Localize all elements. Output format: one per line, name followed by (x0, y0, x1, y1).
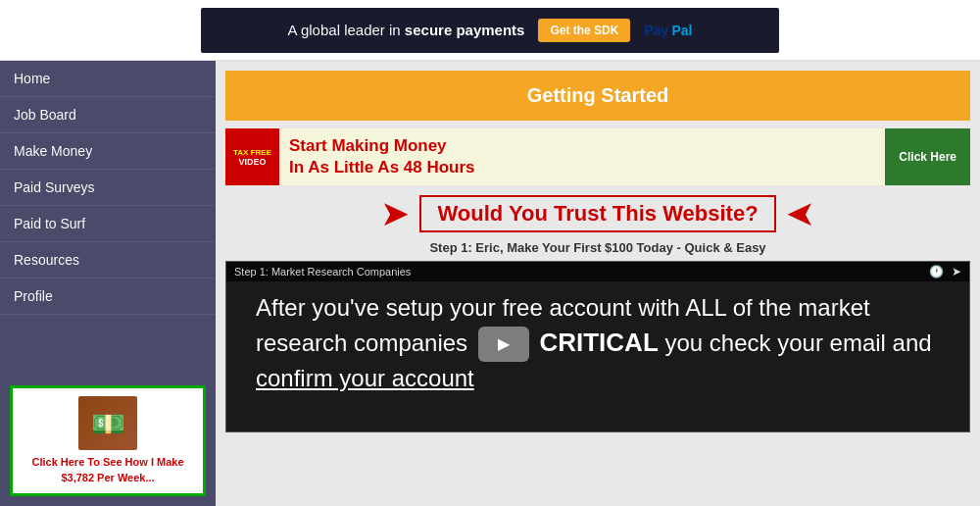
content-area: Getting Started TAX FREE VIDEO Start Mak… (216, 61, 980, 506)
sidebar-item-job-board[interactable]: Job Board (0, 97, 216, 133)
trust-section: ➤ Would You Trust This Website? ➤ (225, 193, 970, 234)
video-play-button[interactable] (478, 327, 529, 362)
clock-icon: 🕐 (929, 265, 944, 278)
sidebar-ad-text: Click Here To See How I Make $3,782 Per … (21, 455, 195, 485)
share-icon: ➤ (952, 265, 961, 278)
arrow-left-icon: ➤ (380, 193, 410, 234)
video-icons: 🕐 ➤ (929, 265, 961, 278)
video-label: VIDEO (238, 157, 266, 167)
video-title: Step 1: Market Research Companies (234, 266, 411, 278)
trust-title: Would You Trust This Website? (419, 195, 775, 232)
top-ad-banner: A global leader in secure payments Get t… (0, 0, 980, 61)
money-banner-left: TAX FREE VIDEO (225, 128, 279, 185)
confirm-account-link[interactable]: confirm your account (256, 365, 474, 391)
video-area[interactable]: Step 1: Market Research Companies 🕐 ➤ Af… (225, 261, 970, 432)
sidebar-item-make-money[interactable]: Make Money (0, 133, 216, 170)
video-critical-text: CRITICAL (539, 328, 658, 357)
sidebar-item-paid-surveys[interactable]: Paid Surveys (0, 170, 216, 206)
top-ad-text: A global leader in secure payments (288, 22, 525, 38)
sidebar-item-profile[interactable]: Profile (0, 278, 216, 315)
video-title-bar: Step 1: Market Research Companies 🕐 ➤ (226, 262, 969, 281)
money-banner-center: Start Making Money In As Little As 48 Ho… (279, 128, 885, 185)
paypal-logo: PayPal (644, 23, 692, 38)
top-ad-inner: A global leader in secure payments Get t… (201, 8, 779, 53)
sidebar-ad-image (78, 396, 137, 450)
video-body-text2: you check your email and (664, 329, 931, 356)
sidebar-item-resources[interactable]: Resources (0, 242, 216, 278)
money-banner-text: Start Making Money In As Little As 48 Ho… (289, 135, 475, 178)
money-banner[interactable]: TAX FREE VIDEO Start Making Money In As … (225, 128, 970, 185)
main-layout: Home Job Board Make Money Paid Surveys P… (0, 61, 980, 506)
click-here-button[interactable]: Click Here (885, 128, 970, 185)
sidebar-item-paid-to-surf[interactable]: Paid to Surf (0, 206, 216, 242)
sidebar-item-home[interactable]: Home (0, 61, 216, 97)
start-making-money-text: Start Making Money (289, 136, 447, 155)
top-ad-highlight: secure payments (405, 22, 525, 38)
getting-started-bar: Getting Started (225, 71, 970, 121)
in-as-little-text: In As Little As (289, 158, 404, 177)
video-content: After you've setup your free account wit… (226, 281, 969, 405)
sidebar: Home Job Board Make Money Paid Surveys P… (0, 61, 216, 506)
hours-text: 48 Hours (404, 158, 475, 177)
step-text: Step 1: Eric, Make Your First $100 Today… (225, 240, 970, 255)
tax-free-label: TAX FREE (233, 148, 271, 157)
get-sdk-button[interactable]: Get the SDK (538, 19, 630, 42)
sidebar-nav: Home Job Board Make Money Paid Surveys P… (0, 61, 216, 376)
arrow-right-icon: ➤ (786, 193, 815, 234)
sidebar-ad[interactable]: Click Here To See How I Make $3,782 Per … (10, 385, 206, 496)
